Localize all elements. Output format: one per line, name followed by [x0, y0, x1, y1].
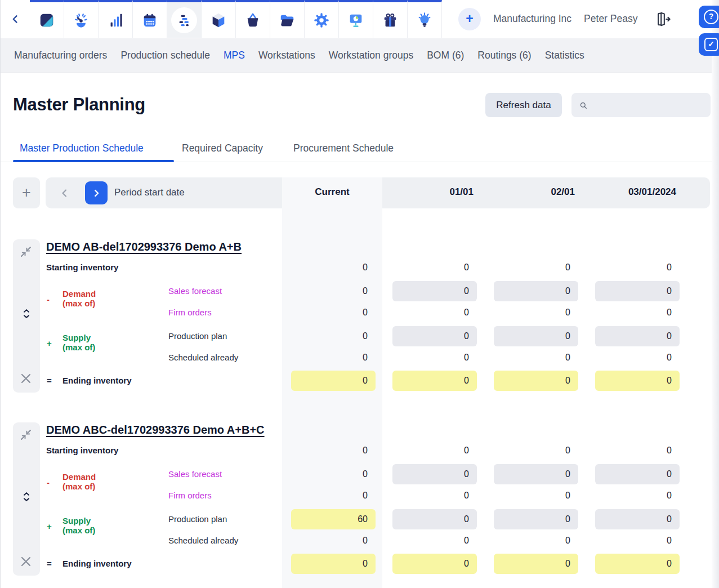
group-label: Demand: [62, 472, 96, 482]
value-cell-ending-inventory: 0: [291, 371, 376, 391]
nav-item-statistics[interactable]: Statistics: [545, 50, 584, 61]
company-menu[interactable]: Manufacturing Inc: [493, 13, 571, 25]
value-input-sales-forecast[interactable]: 0: [392, 281, 477, 301]
module-tab-calendar[interactable]: [133, 0, 167, 38]
remove-product-icon[interactable]: [20, 555, 32, 570]
value-cell-ending-inventory: 0: [291, 554, 376, 574]
app-window: + Manufacturing Inc Peter Peasy ? ✓ Manu…: [0, 0, 719, 588]
add-product-button[interactable]: +: [13, 177, 40, 208]
module-tab-mps[interactable]: [167, 0, 202, 38]
app-module-tabs: [30, 0, 442, 38]
quick-add-button[interactable]: +: [458, 8, 481, 30]
page-title: Master Planning: [13, 95, 145, 115]
calendar-icon: [141, 12, 158, 29]
nav-item-production-schedule[interactable]: Production schedule: [120, 50, 210, 61]
value-input-production-plan[interactable]: 0: [392, 509, 477, 529]
value-cell-starting-inventory: 0: [595, 257, 680, 278]
plus-sign: +: [47, 338, 52, 349]
module-tab-statistics[interactable]: [99, 0, 133, 38]
nav-item-manufacturing-orders[interactable]: Manufacturing orders: [14, 50, 107, 61]
nav-item-workstation-groups[interactable]: Workstation groups: [329, 50, 413, 61]
nav-item-routings[interactable]: Routings (6): [477, 50, 531, 61]
collapse-section-icon[interactable]: [19, 245, 33, 261]
search-input[interactable]: [592, 100, 711, 111]
presentation-icon: [347, 12, 364, 29]
floating-help-group: ? ✓: [699, 6, 719, 56]
value-cell-firm-orders: 0: [494, 485, 578, 506]
value-cell-scheduled-already: 0: [291, 531, 376, 551]
value-cell-starting-inventory: 0: [291, 257, 376, 278]
sales-forecast-label[interactable]: Sales forecast: [168, 469, 222, 479]
tab-required-capacity[interactable]: Required Capacity: [182, 142, 263, 154]
user-menu[interactable]: Peter Peasy: [584, 13, 637, 25]
plus-icon: +: [466, 11, 473, 26]
product-section: DEMO ABC-del1702993376 Demo A+B+C-Demand…: [1, 422, 719, 576]
value-cell-ending-inventory: 0: [392, 554, 477, 574]
product-title-link[interactable]: DEMO AB-del1702993376 Demo A+B: [46, 240, 242, 253]
remove-product-icon[interactable]: [20, 372, 32, 387]
help-button[interactable]: ?: [699, 6, 719, 28]
value-cell-firm-orders: 0: [392, 302, 477, 323]
reorder-section-icon[interactable]: [22, 491, 31, 505]
firm-orders-label[interactable]: Firm orders: [168, 308, 212, 318]
value-input-sales-forecast[interactable]: 0: [494, 464, 578, 484]
nav-item-bom[interactable]: BOM (6): [427, 50, 464, 61]
chevron-left-icon: [8, 12, 23, 26]
logo-icon: [38, 12, 55, 29]
value-input-production-plan[interactable]: 0: [494, 509, 578, 529]
gift-icon: [382, 12, 399, 29]
nav-item-workstations[interactable]: Workstations: [258, 50, 315, 61]
value-input-production-plan[interactable]: 0: [595, 509, 680, 529]
module-tab-dashboard[interactable]: [64, 0, 99, 38]
scheduled-already-label: Scheduled already: [168, 536, 238, 546]
starting-inventory-label: Starting inventory: [46, 262, 118, 273]
value-input-production-plan[interactable]: 0: [494, 326, 578, 346]
collapse-toolbar-button[interactable]: [1, 0, 30, 38]
value-input-production-plan[interactable]: 0: [392, 326, 477, 346]
sales-forecast-label[interactable]: Sales forecast: [168, 286, 222, 296]
tab-procurement-schedule[interactable]: Procurement Schedule: [293, 142, 394, 154]
value-cell-sales-forecast: 0: [291, 464, 376, 484]
nav-item-mps[interactable]: MPS: [224, 50, 245, 61]
value-cell-firm-orders: 0: [291, 485, 376, 506]
lightbulb-icon: [416, 12, 433, 29]
gantt-icon: [176, 12, 193, 29]
gauge-icon: [73, 12, 90, 29]
module-tab-tips[interactable]: [408, 0, 442, 38]
collapse-section-icon[interactable]: [19, 428, 33, 444]
group-sublabel: (max of): [62, 342, 95, 352]
value-cell-production-plan: 60: [291, 509, 376, 529]
scrollbar-track[interactable]: [712, 0, 719, 588]
value-input-sales-forecast[interactable]: 0: [595, 464, 680, 484]
column-header-01-01: 01/01: [392, 186, 474, 198]
topbar-right-group: + Manufacturing Inc Peter Peasy: [458, 0, 671, 38]
value-cell-starting-inventory: 0: [494, 440, 578, 461]
value-input-sales-forecast[interactable]: 0: [595, 281, 680, 301]
product-title-link[interactable]: DEMO ABC-del1702993376 Demo A+B+C: [46, 424, 265, 436]
active-tab-indicator: [13, 160, 174, 162]
refresh-data-button[interactable]: Refresh data: [485, 93, 562, 117]
module-tab-home[interactable]: [30, 0, 64, 38]
reorder-section-icon[interactable]: [22, 308, 31, 322]
ending-inventory-label: Ending inventory: [62, 376, 132, 386]
tab-master-production-schedule[interactable]: Master Production Schedule: [20, 142, 144, 154]
tasks-button[interactable]: ✓: [699, 33, 719, 56]
search-box: [571, 93, 711, 117]
value-input-production-plan[interactable]: 0: [595, 326, 680, 346]
module-tab-demos[interactable]: [339, 0, 373, 38]
module-tab-settings[interactable]: [305, 0, 339, 38]
module-tab-stock[interactable]: [202, 0, 236, 38]
previous-period-button[interactable]: [59, 188, 70, 199]
next-period-button[interactable]: [85, 181, 108, 204]
value-input-sales-forecast[interactable]: 0: [494, 281, 578, 301]
firm-orders-label[interactable]: Firm orders: [168, 491, 212, 501]
module-tab-gifts[interactable]: [373, 0, 408, 38]
value-input-sales-forecast[interactable]: 0: [392, 464, 477, 484]
value-cell-ending-inventory: 0: [494, 371, 578, 391]
module-tab-documents[interactable]: [270, 0, 305, 38]
module-tab-procurement[interactable]: [236, 0, 270, 38]
value-cell-ending-inventory: 0: [595, 554, 680, 574]
group-label: Supply: [62, 516, 91, 525]
logout-button[interactable]: [654, 11, 671, 28]
value-cell-scheduled-already: 0: [392, 348, 477, 368]
